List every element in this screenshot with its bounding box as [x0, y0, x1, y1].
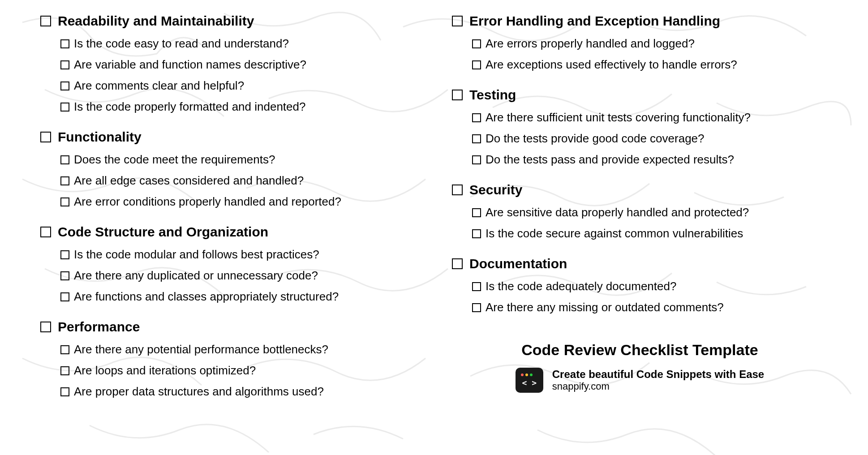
logo-dot — [530, 373, 533, 376]
checklist-section: TestingAre there sufficient unit tests c… — [452, 87, 828, 167]
section-checkbox[interactable] — [40, 132, 51, 142]
footer-url: snappify.com — [552, 381, 764, 392]
checklist-item: Are there any missing or outdated commen… — [472, 300, 828, 314]
section-header: Functionality — [40, 129, 416, 145]
checklist-item: Is the code secure against common vulner… — [472, 227, 828, 240]
item-checkbox[interactable] — [60, 82, 69, 90]
checklist-section: SecurityAre sensitive data properly hand… — [452, 182, 828, 240]
item-text: Are comments clear and helpful? — [74, 79, 244, 93]
item-text: Are all edge cases considered and handle… — [74, 174, 304, 188]
section-checkbox[interactable] — [452, 258, 463, 269]
item-checkbox[interactable] — [472, 282, 481, 291]
checklist-item: Are proper data structures and algorithm… — [60, 385, 416, 399]
checklist-item: Are variable and function names descript… — [60, 58, 416, 72]
checklist-item: Are functions and classes appropriately … — [60, 290, 416, 304]
checklist-item: Are exceptions used effectively to handl… — [472, 58, 828, 72]
footer-text-column: Create beautiful Code Snippets with Ease… — [552, 368, 764, 392]
checklist-item: Is the code properly formatted and inden… — [60, 100, 416, 114]
item-text: Are there any missing or outdated commen… — [486, 300, 724, 314]
item-text: Are errors properly handled and logged? — [486, 37, 695, 51]
checklist-section: DocumentationIs the code adequately docu… — [452, 256, 828, 314]
checklist-item: Are sensitive data properly handled and … — [472, 206, 828, 219]
section-header: Security — [452, 182, 828, 197]
logo-dot — [525, 373, 528, 376]
item-text: Are error conditions properly handled an… — [74, 195, 341, 209]
logo-code-text: < > — [522, 378, 537, 387]
section-header: Performance — [40, 319, 416, 335]
checklist-item: Are comments clear and helpful? — [60, 79, 416, 93]
left-column: Readability and MaintainabilityIs the co… — [40, 13, 416, 414]
checklist-item: Are error conditions properly handled an… — [60, 195, 416, 209]
footer-tagline: Create beautiful Code Snippets with Ease — [552, 368, 764, 381]
item-checkbox[interactable] — [60, 39, 69, 48]
item-checkbox[interactable] — [60, 292, 69, 301]
item-text: Are sensitive data properly handled and … — [486, 206, 749, 219]
footer-title: Code Review Checklist Template — [452, 341, 828, 359]
checklist-item: Is the code modular and follows best pra… — [60, 248, 416, 262]
item-checkbox[interactable] — [472, 229, 481, 238]
checklist-item: Are loops and iterations optimized? — [60, 364, 416, 378]
item-text: Are there any potential performance bott… — [74, 343, 328, 356]
section-header: Readability and Maintainability — [40, 13, 416, 29]
item-text: Are there sufficient unit tests covering… — [486, 111, 751, 124]
checklist-section: Code Structure and OrganizationIs the co… — [40, 224, 416, 304]
section-header: Code Structure and Organization — [40, 224, 416, 240]
item-text: Does the code meet the requirements? — [74, 153, 275, 167]
section-checkbox[interactable] — [452, 16, 463, 26]
checklist-item: Are there any potential performance bott… — [60, 343, 416, 356]
item-text: Are exceptions used effectively to handl… — [486, 58, 737, 72]
item-text: Is the code adequately documented? — [486, 279, 676, 293]
checklist-item: Does the code meet the requirements? — [60, 153, 416, 167]
item-checkbox[interactable] — [472, 134, 481, 143]
item-checkbox[interactable] — [60, 197, 69, 206]
item-checkbox[interactable] — [472, 60, 481, 69]
section-title: Error Handling and Exception Handling — [469, 13, 720, 29]
item-checkbox[interactable] — [472, 39, 481, 48]
item-checkbox[interactable] — [60, 250, 69, 259]
item-checkbox[interactable] — [60, 60, 69, 69]
section-checkbox[interactable] — [452, 185, 463, 195]
checklist-item: Is the code easy to read and understand? — [60, 37, 416, 51]
item-text: Are functions and classes appropriately … — [74, 290, 339, 304]
section-checkbox[interactable] — [452, 90, 463, 100]
section-checkbox[interactable] — [40, 16, 51, 26]
item-checkbox[interactable] — [60, 387, 69, 396]
item-checkbox[interactable] — [472, 155, 481, 164]
item-checkbox[interactable] — [60, 103, 69, 112]
item-text: Do the tests provide good code coverage? — [486, 132, 705, 146]
checklist-section: Error Handling and Exception HandlingAre… — [452, 13, 828, 72]
item-checkbox[interactable] — [472, 208, 481, 217]
section-checkbox[interactable] — [40, 227, 51, 237]
checklist-content: Readability and MaintainabilityIs the co… — [0, 0, 868, 428]
item-checkbox[interactable] — [60, 176, 69, 185]
section-title: Readability and Maintainability — [58, 13, 254, 29]
section-header: Testing — [452, 87, 828, 103]
section-title: Code Structure and Organization — [58, 224, 268, 240]
section-title: Documentation — [469, 256, 567, 271]
item-text: Are proper data structures and algorithm… — [74, 385, 324, 399]
footer: Code Review Checklist Template< >Create … — [452, 341, 828, 393]
footer-row: < >Create beautiful Code Snippets with E… — [452, 368, 828, 393]
item-checkbox[interactable] — [60, 345, 69, 354]
checklist-item: Are errors properly handled and logged? — [472, 37, 828, 51]
item-checkbox[interactable] — [472, 303, 481, 312]
checklist-section: FunctionalityDoes the code meet the requ… — [40, 129, 416, 209]
item-checkbox[interactable] — [60, 271, 69, 280]
item-text: Is the code easy to read and understand? — [74, 37, 289, 51]
checklist-item: Do the tests pass and provide expected r… — [472, 153, 828, 167]
checklist-item: Is the code adequately documented? — [472, 279, 828, 293]
checklist-item: Are there any duplicated or unnecessary … — [60, 269, 416, 283]
checklist-item: Are all edge cases considered and handle… — [60, 174, 416, 188]
item-text: Are variable and function names descript… — [74, 58, 306, 72]
checklist-section: PerformanceAre there any potential perfo… — [40, 319, 416, 399]
item-checkbox[interactable] — [60, 155, 69, 164]
item-checkbox[interactable] — [472, 113, 481, 122]
item-text: Are there any duplicated or unnecessary … — [74, 269, 318, 283]
section-header: Error Handling and Exception Handling — [452, 13, 828, 29]
section-checkbox[interactable] — [40, 322, 51, 332]
section-title: Security — [469, 182, 522, 197]
item-text: Is the code secure against common vulner… — [486, 227, 743, 240]
item-text: Do the tests pass and provide expected r… — [486, 153, 734, 167]
section-title: Performance — [58, 319, 140, 335]
item-checkbox[interactable] — [60, 366, 69, 375]
